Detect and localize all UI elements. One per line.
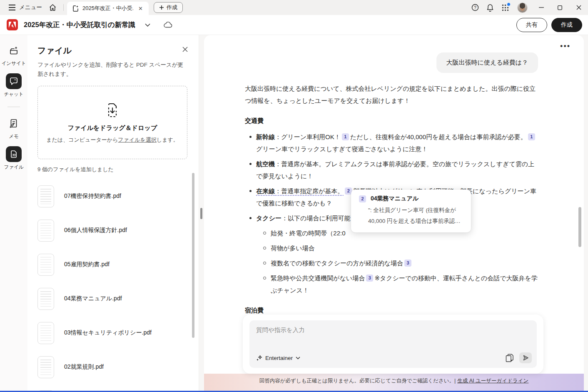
file-name: 07機密保持契約書.pdf [64,192,121,200]
file-thumbnail [37,356,54,378]
insights-icon [6,42,22,58]
citation-source-title[interactable]: 04業務マニュアル [371,195,419,202]
files-icon [6,146,22,162]
file-thumbnail [37,220,54,242]
apps-grid-button[interactable] [498,1,513,14]
citation-tooltip: 2 04業務マニュアル ": 全社員グリーン車可 (往復料金が 40,000 円… [351,190,471,232]
file-name: 06個人情報保護方針.pdf [64,227,127,234]
attach-content-button[interactable] [505,353,514,363]
copy-add-icon [506,354,513,362]
sparkle-icon [256,355,262,361]
assistant-mode-label: Entertainer [265,355,293,361]
hamburger-icon [8,5,16,10]
send-icon [522,355,529,361]
file-name: 05雇用契約書.pdf [64,261,110,268]
home-button[interactable] [45,2,60,13]
window-minimize-button[interactable] [532,0,551,15]
cloud-save-button[interactable] [160,19,176,30]
files-scrollbar[interactable] [192,173,194,338]
maximize-icon [558,5,562,10]
close-icon [576,5,581,10]
file-row[interactable]: 06個人情報保護方針.pdf [37,213,199,247]
select-file-link[interactable]: ファイルを選択 [118,137,157,143]
help-button[interactable]: ? [468,1,483,14]
file-thumbnail [37,185,54,207]
section-heading-transport: 交通費 [245,117,538,125]
rail-divider [7,107,20,107]
disclaimer-text: 回答内容が必ずしも正確とは限りません。必要に応じてご自身でご確認ください。|生成… [259,377,529,385]
tab-close-icon[interactable]: ✕ [137,5,145,12]
rail-label-files: ファイル [4,164,23,170]
window-close-button[interactable] [569,0,588,15]
prompt-input[interactable]: 質問や指示を入力 Entertainer [249,320,537,368]
file-list: 07機密保持契約書.pdf06個人情報保護方針.pdf05雇用契約書.pdf04… [37,179,199,392]
bullet-item: 航空機：普通席が基本。プレミアムクラスは事前承認が必要。空の旅でリラックスしすぎ… [249,158,538,182]
rail-item-insights[interactable]: インサイト [2,42,26,67]
rail-label-insights: インサイト [2,60,26,67]
app-toolbar: 2025年改正・中小受託取引の新常識 共有 作成 [0,15,588,35]
memo-icon [6,115,22,131]
window-maximize-button[interactable] [551,0,569,15]
document-tab[interactable]: 2025年改正・中小受... ✕ [67,2,149,15]
files-panel-close-icon[interactable] [181,45,189,54]
chevron-down-icon [296,357,300,360]
file-row[interactable]: 04業務マニュアル.pdf [37,282,199,316]
content-region: インサイト チャット メモ ファイル ファイル [0,35,588,392]
citation-badge[interactable]: 1 [528,133,535,140]
files-panel-title: ファイル [37,45,72,56]
section-heading-lodging: 宿泊費 [245,307,538,315]
new-tab-label: 作成 [167,4,177,11]
citation-badge: 2 [359,195,366,202]
citation-badge[interactable]: 3 [366,275,373,282]
plus-icon [159,5,164,10]
citation-badge[interactable]: 3 [404,260,411,267]
file-thumbnail [37,322,54,344]
share-button[interactable]: 共有 [516,18,547,32]
menu-button[interactable]: メニュー [5,1,45,14]
ai-response-intro: 大阪出張時に使える経費について、株式会社レベリングの規定を以下にまとめました。出… [245,82,538,107]
file-thumbnail [37,288,54,310]
file-row[interactable]: 03情報セキュリティポリシー.pdf [37,316,199,350]
send-button[interactable] [519,352,532,363]
files-added-count: 9 個のファイルを追加しました [37,166,199,173]
citation-badge[interactable]: 1 [342,133,349,140]
new-tab-button[interactable]: 作成 [154,2,183,13]
citation-quote-text: ": 全社員グリーン車可 (往復料金が 40,000 円を超える場合は事前承認… [368,205,464,227]
chat-scrollbar[interactable] [578,207,581,247]
more-options-icon[interactable]: ••• [560,42,571,50]
svg-text:?: ? [474,5,476,10]
file-name: 02就業規則.pdf [64,363,104,371]
sub-bullet-item: 緊急時や公共交通機関がない場合3※タクシーでの移動中、運転手さんとの会話で大阪弁… [263,272,538,296]
ai-guidelines-link[interactable]: 生成 AI ユーザーガイドライン [457,378,528,384]
panel-resize-handle[interactable] [200,208,202,219]
rail-item-files[interactable]: ファイル [4,146,23,170]
file-row[interactable]: 02就業規則.pdf [37,350,199,384]
pdf-space-tab-icon [72,5,79,12]
file-name: 04業務マニュアル.pdf [64,295,122,302]
create-button[interactable]: 作成 [551,18,582,32]
notification-dot [507,2,511,6]
left-rail: インサイト チャット メモ ファイル [0,35,27,392]
rail-item-chat[interactable]: チャット [4,73,23,97]
help-icon: ? [471,4,479,11]
rail-item-memo[interactable]: メモ [6,115,22,140]
window-titlebar: メニュー 2025年改正・中小受... ✕ 作成 ? [0,0,588,15]
acrobat-logo-icon [7,19,18,30]
file-row[interactable]: 05雇用契約書.pdf [37,247,199,282]
sub-bullet-list: 始発・終電の時間帯（22:0荷物が多い場合複数名での移動でタクシーの方が経済的な… [249,227,538,296]
file-dropzone[interactable]: ファイルをドラッグ＆ドロップ または、コンピューターからファイルを選択します。 [37,86,187,159]
home-icon [49,4,56,11]
dropzone-subtitle: または、コンピューターからファイルを選択します。 [46,136,179,144]
notifications-button[interactable] [483,1,498,14]
title-dropdown-button[interactable] [141,21,154,29]
user-avatar[interactable] [517,2,528,13]
tab-title: 2025年改正・中小受... [82,5,133,12]
chat-icon [6,73,22,89]
cloud-icon [164,22,172,28]
user-message-bubble: 大阪出張時に使える経費は？ [436,52,538,73]
assistant-mode-selector[interactable]: Entertainer [256,355,300,361]
file-row[interactable]: 07機密保持契約書.pdf [37,179,199,213]
bell-icon [486,4,494,12]
ai-disclaimer-bar: 回答内容が必ずしも正確とは限りません。必要に応じてご自身でご確認ください。|生成… [204,374,584,392]
files-panel-description: ファイルやリンクを追加、削除すると PDF スペースが更新されます。 [37,60,186,78]
